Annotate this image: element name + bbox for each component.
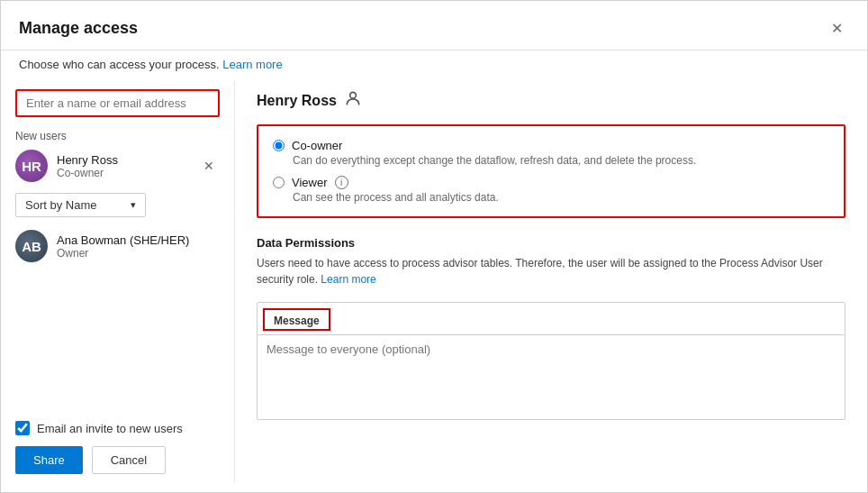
selected-user-name: Henry Ross <box>257 93 337 109</box>
left-panel: New users HR Henry Ross Co-owner ✕ Sort … <box>1 80 235 483</box>
email-invite-checkbox[interactable] <box>15 421 30 435</box>
svg-point-0 <box>350 92 357 98</box>
data-permissions-section: Data Permissions Users need to have acce… <box>257 236 845 288</box>
sort-select[interactable]: Sort by Name Sort by Role <box>25 198 127 212</box>
permission-viewer: Viewer i Can see the process and all ana… <box>273 176 829 204</box>
user-info-henry: Henry Ross Co-owner <box>57 153 198 179</box>
search-input[interactable] <box>15 89 220 117</box>
message-label: Message <box>274 315 320 327</box>
coowner-description: Can do everything except change the data… <box>293 154 829 167</box>
user-row-ana: AB Ana Bowman (SHE/HER) Owner <box>15 230 220 262</box>
user-name-henry: Henry Ross <box>57 153 198 167</box>
coowner-label: Co-owner <box>292 139 342 152</box>
message-textarea[interactable] <box>258 334 845 415</box>
new-users-label: New users <box>15 130 220 142</box>
message-box-outer: Message <box>257 302 845 420</box>
message-section: Message <box>257 302 845 420</box>
user-name-ana: Ana Bowman (SHE/HER) <box>57 233 220 247</box>
dialog-body: New users HR Henry Ross Co-owner ✕ Sort … <box>1 71 867 492</box>
user-info-ana: Ana Bowman (SHE/HER) Owner <box>57 233 220 260</box>
coowner-radio[interactable] <box>273 140 285 151</box>
data-perm-learn-more[interactable]: Learn more <box>321 273 375 286</box>
viewer-info-icon[interactable]: i <box>335 176 348 189</box>
user-role-ana: Owner <box>57 247 220 260</box>
coowner-radio-row: Co-owner <box>273 139 829 152</box>
dialog-subtitle: Choose who can access your process. Lear… <box>1 50 867 71</box>
share-button[interactable]: Share <box>15 446 83 474</box>
left-bottom: Email an invite to new users Share Cance… <box>15 421 220 474</box>
learn-more-link[interactable]: Learn more <box>222 58 282 71</box>
viewer-description: Can see the process and all analytics da… <box>293 191 829 204</box>
permissions-box: Co-owner Can do everything except change… <box>257 124 845 218</box>
viewer-label: Viewer <box>292 176 328 189</box>
permission-coowner: Co-owner Can do everything except change… <box>273 139 829 167</box>
close-button[interactable]: ✕ <box>824 15 849 41</box>
subtitle-text: Choose who can access your process. <box>19 58 220 71</box>
avatar-ana: AB <box>15 230 48 262</box>
user-row-henry: HR Henry Ross Co-owner ✕ <box>15 150 220 182</box>
right-panel: Henry Ross Co-owner Can do everything ex… <box>235 80 867 483</box>
data-permissions-text: Users need to have access to process adv… <box>257 255 845 288</box>
email-invite-label[interactable]: Email an invite to new users <box>15 421 220 435</box>
dialog-header: Manage access ✕ <box>1 1 867 50</box>
sort-dropdown[interactable]: Sort by Name Sort by Role ▾ <box>15 193 146 217</box>
button-row: Share Cancel <box>15 446 220 474</box>
manage-access-dialog: Manage access ✕ Choose who can access yo… <box>0 0 868 493</box>
remove-henry-button[interactable]: ✕ <box>198 157 220 175</box>
viewer-radio[interactable] <box>273 177 285 188</box>
email-invite-text: Email an invite to new users <box>37 422 183 435</box>
chevron-down-icon: ▾ <box>131 199 136 211</box>
dialog-title: Manage access <box>19 19 138 38</box>
selected-user-header: Henry Ross <box>257 89 845 112</box>
message-label-bordered: Message <box>263 308 330 331</box>
avatar-henry: HR <box>15 150 48 182</box>
user-person-icon <box>344 89 362 112</box>
user-role-henry: Co-owner <box>57 167 198 179</box>
data-permissions-title: Data Permissions <box>257 236 845 250</box>
viewer-radio-row: Viewer i <box>273 176 829 189</box>
cancel-button[interactable]: Cancel <box>92 446 166 474</box>
